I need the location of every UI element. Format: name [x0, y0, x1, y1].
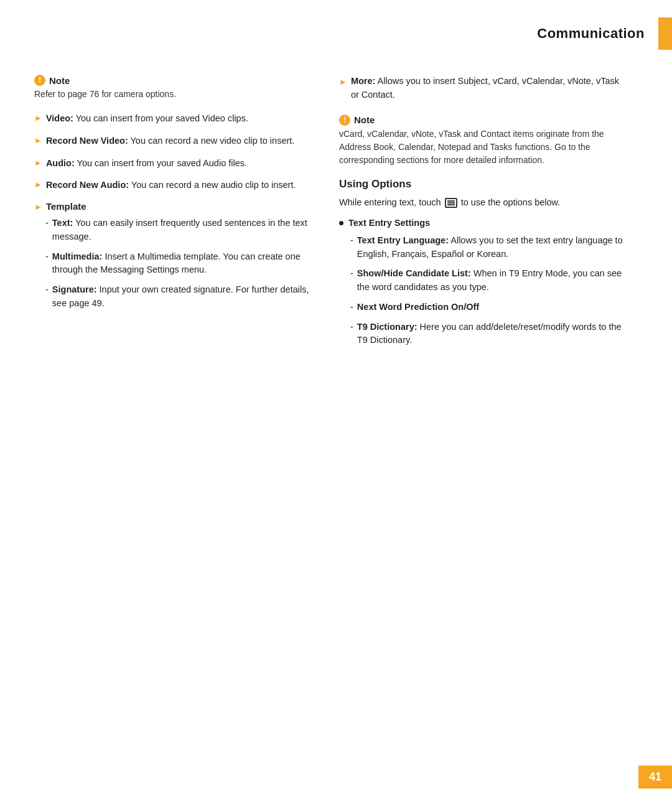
intro-after: to use the options below.	[461, 197, 561, 207]
main-content: ! Note Refer to page 76 for camera optio…	[0, 50, 672, 354]
note-icon-2: !	[339, 115, 350, 126]
dash-r4: -	[350, 321, 353, 334]
note-block-1: ! Note Refer to page 76 for camera optio…	[34, 75, 320, 101]
dash-r3: -	[350, 301, 353, 314]
arrow-icon-3: ►	[34, 158, 42, 167]
show-hide-item: - Show/Hide Candidate List: When in T9 E…	[350, 267, 625, 294]
note-label-2: Note	[354, 115, 375, 125]
page-number-container: 41	[638, 766, 672, 789]
bullet-video-bold: Video:	[46, 113, 73, 123]
note-block-2: ! Note vCard, vCalendar, vNote, vTask an…	[339, 115, 625, 167]
bullet-video-text: Video: You can insert from your saved Vi…	[46, 112, 248, 126]
note-label-1: Note	[49, 75, 70, 86]
tel-bold: Text Entry Language:	[357, 235, 449, 245]
template-multimedia-bold: Multimedia:	[52, 251, 103, 261]
text-entry-settings-label: Text Entry Settings	[348, 218, 430, 228]
bullet-record-audio-text: Record New Audio: You can record a new a…	[46, 179, 296, 192]
note-text-1: Refer to page 76 for camera options.	[34, 88, 320, 101]
t9-dictionary-content: T9 Dictionary: Here you can add/delete/r…	[357, 321, 625, 348]
template-signature-content: Signature: Input your own created signat…	[52, 283, 320, 311]
template-multimedia-item: - Multimedia: Insert a Multimedia templa…	[45, 250, 320, 278]
dot-bullet-1	[339, 221, 343, 225]
arrow-icon-template: ►	[34, 202, 42, 212]
arrow-icon-1: ►	[34, 113, 42, 123]
note-header-1: ! Note	[34, 75, 320, 86]
note-text-2: vCard, vCalendar, vNote, vTask and Conta…	[339, 128, 625, 167]
template-text-bold: Text:	[52, 218, 73, 228]
bullet-record-video-bold: Record New Video:	[46, 136, 128, 146]
bullet-audio-text: Audio: You can insert from your saved Au…	[46, 157, 247, 171]
bullet-record-video: ► Record New Video: You can record a new…	[34, 134, 320, 148]
left-column: ! Note Refer to page 76 for camera optio…	[34, 75, 320, 354]
template-section: ► Template - Text: You can easily insert…	[34, 201, 320, 311]
bullet-record-video-rest: You can record a new video clip to inser…	[128, 136, 295, 146]
template-header: ► Template	[34, 201, 320, 212]
show-hide-content: Show/Hide Candidate List: When in T9 Ent…	[357, 267, 625, 294]
text-entry-settings-item: Text Entry Settings	[339, 218, 625, 228]
next-word-content: Next Word Prediction On/Off	[357, 301, 479, 314]
dash-r2: -	[350, 267, 353, 281]
using-options-heading: Using Options	[339, 178, 625, 190]
template-text-content: Text: You can easily insert frequently u…	[52, 217, 320, 244]
menu-icon	[445, 198, 457, 208]
template-label: Template	[46, 201, 86, 212]
text-entry-language-item: - Text Entry Language: Allows you to set…	[350, 234, 625, 261]
header-accent-bar	[658, 17, 672, 50]
note-header-2: ! Note	[339, 115, 625, 126]
more-item: ► More: Allows you to insert Subject, vC…	[339, 75, 625, 102]
using-options-intro: While entering text, touch to use the op…	[339, 195, 625, 209]
template-signature-bold: Signature:	[52, 284, 97, 294]
more-bold: More:	[351, 76, 375, 86]
bullet-record-video-text: Record New Video: You can record a new v…	[46, 134, 294, 148]
template-text-item: - Text: You can easily insert frequently…	[45, 217, 320, 244]
note-icon-1: !	[34, 75, 45, 86]
intro-before: While entering text, touch	[339, 197, 441, 207]
bullet-video-rest: You can insert from your saved Video cli…	[73, 113, 248, 123]
bullet-audio-rest: You can insert from your saved Audio fil…	[75, 158, 247, 168]
page-title: Communication	[537, 26, 658, 42]
arrow-icon-4: ►	[34, 180, 42, 189]
arrow-icon-more: ►	[339, 76, 347, 88]
arrow-icon-2: ►	[34, 136, 42, 145]
bullet-video: ► Video: You can insert from your saved …	[34, 112, 320, 126]
template-text-rest: You can easily insert frequently used se…	[52, 218, 307, 241]
dash-1: -	[45, 217, 49, 230]
text-entry-language-content: Text Entry Language: Allows you to set t…	[357, 234, 625, 261]
next-word-item: - Next Word Prediction On/Off	[350, 301, 625, 314]
page-header: Communication	[0, 0, 672, 50]
page-number: 41	[638, 766, 672, 789]
more-text: More: Allows you to insert Subject, vCar…	[351, 75, 625, 102]
dash-r1: -	[350, 234, 353, 248]
bullet-record-audio-rest: You can record a new audio clip to inser…	[129, 180, 296, 190]
template-signature-item: - Signature: Input your own created sign…	[45, 283, 320, 311]
bullet-audio: ► Audio: You can insert from your saved …	[34, 157, 320, 171]
t9-dictionary-item: - T9 Dictionary: Here you can add/delete…	[350, 321, 625, 348]
t9-bold: T9 Dictionary:	[357, 322, 418, 332]
bullet-audio-bold: Audio:	[46, 158, 75, 168]
bullet-record-audio-bold: Record New Audio:	[46, 180, 129, 190]
dash-3: -	[45, 283, 49, 297]
more-rest: Allows you to insert Subject, vCard, vCa…	[351, 76, 619, 100]
template-multimedia-content: Multimedia: Insert a Multimedia template…	[52, 250, 320, 278]
dash-2: -	[45, 250, 49, 264]
right-column: ► More: Allows you to insert Subject, vC…	[339, 75, 625, 354]
shcl-bold: Show/Hide Candidate List:	[357, 268, 471, 278]
bullet-record-audio: ► Record New Audio: You can record a new…	[34, 179, 320, 192]
nwp-bold: Next Word Prediction On/Off	[357, 302, 479, 312]
